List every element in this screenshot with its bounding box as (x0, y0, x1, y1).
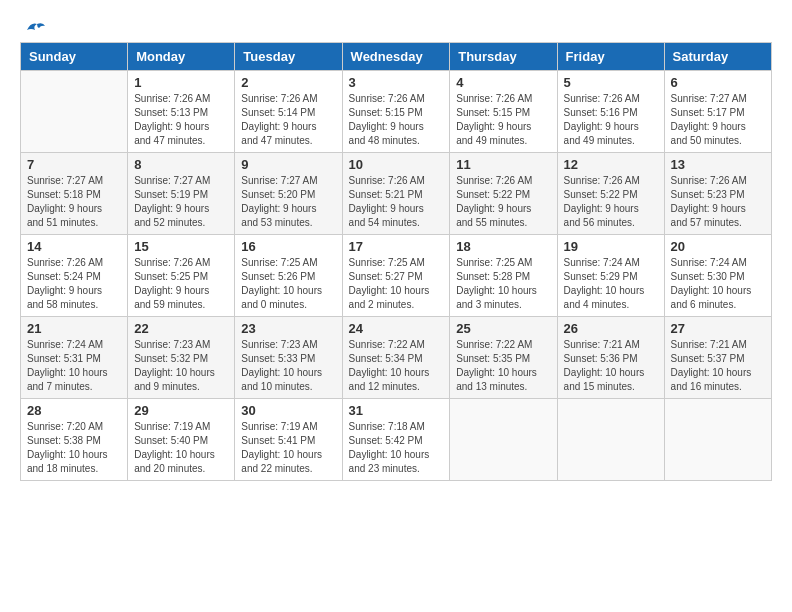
day-of-week-header: Friday (557, 43, 664, 71)
calendar-header-row: SundayMondayTuesdayWednesdayThursdayFrid… (21, 43, 772, 71)
day-info: Sunrise: 7:27 AM Sunset: 5:19 PM Dayligh… (134, 174, 228, 230)
day-info: Sunrise: 7:26 AM Sunset: 5:23 PM Dayligh… (671, 174, 765, 230)
day-info: Sunrise: 7:26 AM Sunset: 5:15 PM Dayligh… (349, 92, 444, 148)
day-number: 7 (27, 157, 121, 172)
day-info: Sunrise: 7:26 AM Sunset: 5:15 PM Dayligh… (456, 92, 550, 148)
day-of-week-header: Sunday (21, 43, 128, 71)
day-number: 23 (241, 321, 335, 336)
day-info: Sunrise: 7:23 AM Sunset: 5:32 PM Dayligh… (134, 338, 228, 394)
calendar-day-cell (557, 399, 664, 481)
day-number: 9 (241, 157, 335, 172)
day-number: 25 (456, 321, 550, 336)
day-info: Sunrise: 7:23 AM Sunset: 5:33 PM Dayligh… (241, 338, 335, 394)
day-number: 14 (27, 239, 121, 254)
calendar-day-cell: 9Sunrise: 7:27 AM Sunset: 5:20 PM Daylig… (235, 153, 342, 235)
day-number: 17 (349, 239, 444, 254)
day-of-week-header: Tuesday (235, 43, 342, 71)
day-info: Sunrise: 7:22 AM Sunset: 5:35 PM Dayligh… (456, 338, 550, 394)
day-number: 22 (134, 321, 228, 336)
day-number: 21 (27, 321, 121, 336)
day-number: 3 (349, 75, 444, 90)
day-number: 1 (134, 75, 228, 90)
calendar-day-cell: 15Sunrise: 7:26 AM Sunset: 5:25 PM Dayli… (128, 235, 235, 317)
day-number: 29 (134, 403, 228, 418)
day-info: Sunrise: 7:27 AM Sunset: 5:18 PM Dayligh… (27, 174, 121, 230)
day-info: Sunrise: 7:26 AM Sunset: 5:16 PM Dayligh… (564, 92, 658, 148)
day-info: Sunrise: 7:24 AM Sunset: 5:29 PM Dayligh… (564, 256, 658, 312)
calendar-day-cell: 6Sunrise: 7:27 AM Sunset: 5:17 PM Daylig… (664, 71, 771, 153)
calendar-day-cell: 21Sunrise: 7:24 AM Sunset: 5:31 PM Dayli… (21, 317, 128, 399)
day-of-week-header: Wednesday (342, 43, 450, 71)
day-info: Sunrise: 7:25 AM Sunset: 5:27 PM Dayligh… (349, 256, 444, 312)
calendar-day-cell: 30Sunrise: 7:19 AM Sunset: 5:41 PM Dayli… (235, 399, 342, 481)
day-of-week-header: Saturday (664, 43, 771, 71)
day-number: 26 (564, 321, 658, 336)
calendar-day-cell: 25Sunrise: 7:22 AM Sunset: 5:35 PM Dayli… (450, 317, 557, 399)
day-number: 18 (456, 239, 550, 254)
day-number: 4 (456, 75, 550, 90)
day-info: Sunrise: 7:27 AM Sunset: 5:20 PM Dayligh… (241, 174, 335, 230)
calendar-day-cell: 23Sunrise: 7:23 AM Sunset: 5:33 PM Dayli… (235, 317, 342, 399)
day-info: Sunrise: 7:26 AM Sunset: 5:25 PM Dayligh… (134, 256, 228, 312)
day-of-week-header: Thursday (450, 43, 557, 71)
day-info: Sunrise: 7:22 AM Sunset: 5:34 PM Dayligh… (349, 338, 444, 394)
calendar-week-row: 7Sunrise: 7:27 AM Sunset: 5:18 PM Daylig… (21, 153, 772, 235)
day-info: Sunrise: 7:26 AM Sunset: 5:13 PM Dayligh… (134, 92, 228, 148)
calendar-day-cell (664, 399, 771, 481)
day-info: Sunrise: 7:20 AM Sunset: 5:38 PM Dayligh… (27, 420, 121, 476)
day-number: 12 (564, 157, 658, 172)
day-number: 13 (671, 157, 765, 172)
day-info: Sunrise: 7:26 AM Sunset: 5:24 PM Dayligh… (27, 256, 121, 312)
calendar-week-row: 1Sunrise: 7:26 AM Sunset: 5:13 PM Daylig… (21, 71, 772, 153)
day-info: Sunrise: 7:18 AM Sunset: 5:42 PM Dayligh… (349, 420, 444, 476)
logo-bird-icon (23, 20, 45, 38)
day-number: 19 (564, 239, 658, 254)
day-number: 30 (241, 403, 335, 418)
calendar-day-cell (450, 399, 557, 481)
calendar-week-row: 28Sunrise: 7:20 AM Sunset: 5:38 PM Dayli… (21, 399, 772, 481)
day-info: Sunrise: 7:24 AM Sunset: 5:31 PM Dayligh… (27, 338, 121, 394)
calendar-week-row: 14Sunrise: 7:26 AM Sunset: 5:24 PM Dayli… (21, 235, 772, 317)
day-info: Sunrise: 7:19 AM Sunset: 5:41 PM Dayligh… (241, 420, 335, 476)
day-info: Sunrise: 7:19 AM Sunset: 5:40 PM Dayligh… (134, 420, 228, 476)
calendar-day-cell: 8Sunrise: 7:27 AM Sunset: 5:19 PM Daylig… (128, 153, 235, 235)
day-number: 24 (349, 321, 444, 336)
day-of-week-header: Monday (128, 43, 235, 71)
calendar-day-cell: 13Sunrise: 7:26 AM Sunset: 5:23 PM Dayli… (664, 153, 771, 235)
day-info: Sunrise: 7:26 AM Sunset: 5:21 PM Dayligh… (349, 174, 444, 230)
day-number: 10 (349, 157, 444, 172)
day-info: Sunrise: 7:25 AM Sunset: 5:28 PM Dayligh… (456, 256, 550, 312)
logo (20, 20, 45, 34)
day-number: 5 (564, 75, 658, 90)
page-header (20, 20, 772, 34)
day-number: 16 (241, 239, 335, 254)
calendar-day-cell: 20Sunrise: 7:24 AM Sunset: 5:30 PM Dayli… (664, 235, 771, 317)
calendar-day-cell: 12Sunrise: 7:26 AM Sunset: 5:22 PM Dayli… (557, 153, 664, 235)
calendar-day-cell: 28Sunrise: 7:20 AM Sunset: 5:38 PM Dayli… (21, 399, 128, 481)
day-info: Sunrise: 7:21 AM Sunset: 5:37 PM Dayligh… (671, 338, 765, 394)
calendar-day-cell: 2Sunrise: 7:26 AM Sunset: 5:14 PM Daylig… (235, 71, 342, 153)
calendar-week-row: 21Sunrise: 7:24 AM Sunset: 5:31 PM Dayli… (21, 317, 772, 399)
day-info: Sunrise: 7:21 AM Sunset: 5:36 PM Dayligh… (564, 338, 658, 394)
day-info: Sunrise: 7:26 AM Sunset: 5:14 PM Dayligh… (241, 92, 335, 148)
calendar-day-cell: 3Sunrise: 7:26 AM Sunset: 5:15 PM Daylig… (342, 71, 450, 153)
calendar-day-cell: 18Sunrise: 7:25 AM Sunset: 5:28 PM Dayli… (450, 235, 557, 317)
calendar-day-cell: 24Sunrise: 7:22 AM Sunset: 5:34 PM Dayli… (342, 317, 450, 399)
day-number: 27 (671, 321, 765, 336)
day-info: Sunrise: 7:26 AM Sunset: 5:22 PM Dayligh… (456, 174, 550, 230)
calendar-day-cell: 27Sunrise: 7:21 AM Sunset: 5:37 PM Dayli… (664, 317, 771, 399)
calendar-day-cell: 14Sunrise: 7:26 AM Sunset: 5:24 PM Dayli… (21, 235, 128, 317)
calendar-day-cell (21, 71, 128, 153)
day-info: Sunrise: 7:24 AM Sunset: 5:30 PM Dayligh… (671, 256, 765, 312)
day-number: 20 (671, 239, 765, 254)
day-info: Sunrise: 7:27 AM Sunset: 5:17 PM Dayligh… (671, 92, 765, 148)
day-number: 2 (241, 75, 335, 90)
calendar-day-cell: 11Sunrise: 7:26 AM Sunset: 5:22 PM Dayli… (450, 153, 557, 235)
day-info: Sunrise: 7:26 AM Sunset: 5:22 PM Dayligh… (564, 174, 658, 230)
calendar-day-cell: 19Sunrise: 7:24 AM Sunset: 5:29 PM Dayli… (557, 235, 664, 317)
day-number: 15 (134, 239, 228, 254)
calendar-table: SundayMondayTuesdayWednesdayThursdayFrid… (20, 42, 772, 481)
calendar-day-cell: 29Sunrise: 7:19 AM Sunset: 5:40 PM Dayli… (128, 399, 235, 481)
calendar-day-cell: 5Sunrise: 7:26 AM Sunset: 5:16 PM Daylig… (557, 71, 664, 153)
calendar-day-cell: 4Sunrise: 7:26 AM Sunset: 5:15 PM Daylig… (450, 71, 557, 153)
